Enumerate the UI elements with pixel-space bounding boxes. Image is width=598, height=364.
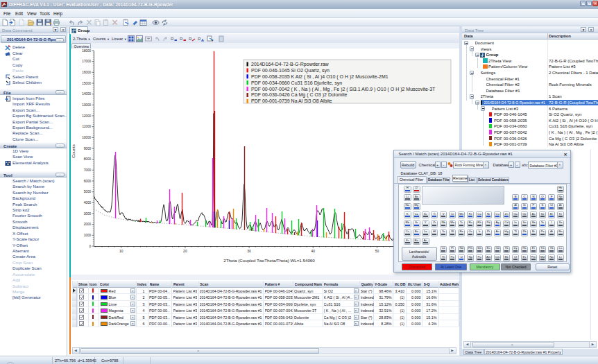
svg-text:2000: 2000	[84, 223, 92, 226]
svg-text:11000: 11000	[83, 125, 92, 128]
svg-text:12000: 12000	[82, 114, 91, 118]
svg-text:4000: 4000	[84, 201, 92, 205]
svg-text:15000: 15000	[82, 82, 91, 85]
svg-text:7000: 7000	[84, 168, 92, 172]
svg-text:R: R	[180, 37, 183, 41]
svg-text:18000: 18000	[82, 49, 91, 53]
svg-text:20: 20	[183, 249, 187, 253]
svg-text:1000: 1000	[84, 234, 92, 237]
svg-text:17000: 17000	[82, 60, 91, 63]
svg-text:PDF 00-046-1045 Si O2 Quartz,: PDF 00-046-1045 Si O2 Quartz, syn	[251, 68, 330, 73]
svg-text:PDF 00-058-2035 K Al2 ( Si , A: PDF 00-058-2035 K Al2 ( Si , Al )4 O10 (…	[251, 74, 388, 80]
svg-text:10000: 10000	[82, 136, 91, 139]
svg-text:30: 30	[247, 249, 251, 253]
svg-text:16000: 16000	[82, 71, 91, 74]
svg-text:PDF 00-007-0042 ( K , Na ) ( A: PDF 00-007-0042 ( K , Na ) ( Al , Mg , F…	[251, 87, 436, 92]
svg-text:Counts: Counts	[71, 144, 76, 158]
svg-text:8000: 8000	[84, 157, 92, 161]
svg-text:5000: 5000	[84, 190, 92, 193]
svg-text:PDF 00-034-0660 Cu31 S16 Djurl: PDF 00-034-0660 Cu31 S16 Djurleite, syn	[251, 80, 342, 86]
svg-text:R: R	[189, 37, 192, 41]
svg-text:10: 10	[119, 249, 123, 253]
svg-text:40: 40	[311, 249, 316, 253]
svg-text:R: R	[198, 37, 201, 41]
svg-text:13000: 13000	[82, 103, 91, 107]
svg-text:▾: ▾	[212, 38, 214, 42]
svg-text:9000: 9000	[84, 147, 92, 150]
svg-text:6000: 6000	[84, 180, 92, 183]
svg-text:PDF 00-001-0739 Na Al Si3 O8 A: PDF 00-001-0739 Na Al Si3 O8 Albite	[251, 98, 332, 103]
svg-text:2014D164-D4-72-B-G-Rpowder.raw: 2014D164-D4-72-B-G-Rpowder.raw	[251, 62, 330, 67]
svg-text:PDF 00-036-0426 Ca Mg ( C O3 ): PDF 00-036-0426 Ca Mg ( C O3 )2 Dolomite	[251, 92, 348, 98]
svg-text:2Theta (Coupled TwoTheta/Theta: 2Theta (Coupled TwoTheta/Theta) WL=1.540…	[223, 258, 315, 263]
svg-text:50: 50	[375, 249, 379, 253]
svg-text:14000: 14000	[82, 92, 91, 96]
svg-text:0: 0	[89, 245, 91, 248]
svg-text:3000: 3000	[84, 212, 92, 216]
svg-text:R: R	[171, 37, 174, 41]
